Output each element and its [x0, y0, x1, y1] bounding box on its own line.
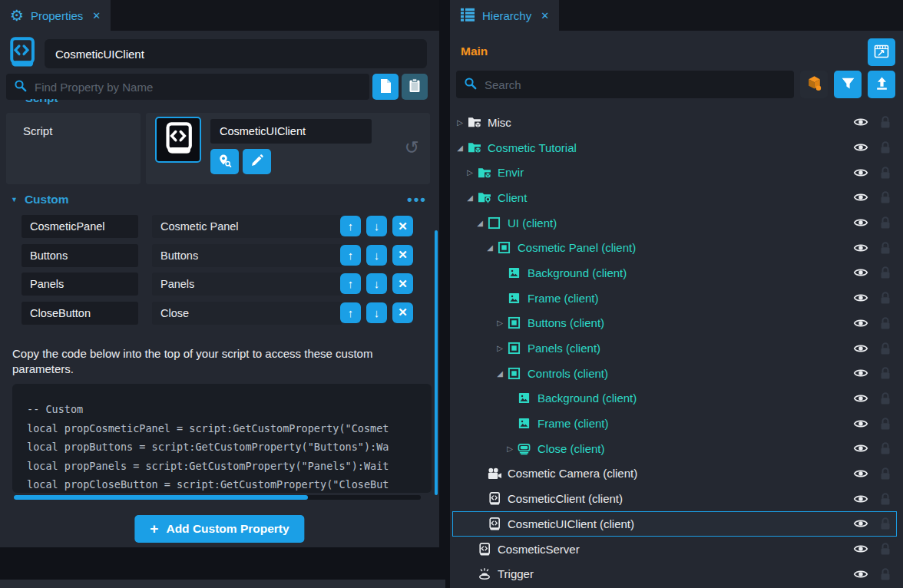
tree-row[interactable]: ◢Cosmetic Tutorial: [452, 135, 897, 160]
remove-button[interactable]: ✕: [392, 245, 413, 266]
move-up-button[interactable]: ↑: [340, 245, 361, 266]
lock-icon[interactable]: [880, 116, 891, 128]
copy-properties-button[interactable]: [372, 74, 399, 100]
remove-button[interactable]: ✕: [392, 273, 413, 294]
tree-row[interactable]: ▷Envir: [452, 160, 897, 185]
lock-icon[interactable]: [880, 266, 891, 279]
visibility-eye-icon[interactable]: [853, 543, 868, 554]
close-icon[interactable]: ✕: [541, 10, 549, 21]
lock-icon[interactable]: [880, 141, 891, 154]
custom-property-value[interactable]: Close: [152, 302, 342, 325]
collapse-arrow-icon[interactable]: ◢: [455, 144, 465, 152]
custom-property-value[interactable]: Cosmetic Panel: [152, 215, 342, 238]
tree-row[interactable]: ◢Client: [452, 185, 897, 210]
lock-icon[interactable]: [880, 342, 891, 355]
move-down-button[interactable]: ↓: [366, 216, 387, 236]
tree-row[interactable]: ◢Cosmetic Panel (client): [452, 235, 897, 260]
tree-row[interactable]: CosmeticClient (client): [452, 486, 897, 511]
tree-row[interactable]: ▷Panels (client): [452, 335, 897, 361]
tree-row[interactable]: ◢UI (client): [452, 210, 897, 236]
tree-row[interactable]: Background (client): [452, 386, 897, 411]
visibility-eye-icon[interactable]: [853, 167, 868, 178]
visibility-eye-icon[interactable]: [853, 243, 868, 253]
cinematic-editor-button[interactable]: [868, 38, 895, 66]
horizontal-scrollbar[interactable]: [14, 495, 421, 500]
lock-icon[interactable]: [880, 543, 891, 555]
expand-arrow-icon[interactable]: ▷: [495, 344, 505, 352]
lock-icon[interactable]: [880, 442, 891, 454]
expand-arrow-icon[interactable]: ▷: [455, 118, 465, 127]
add-custom-property-button[interactable]: + Add Custom Property: [134, 515, 304, 543]
move-up-button[interactable]: ↑: [340, 273, 361, 294]
custom-property-name[interactable]: Buttons: [22, 244, 138, 267]
lock-icon[interactable]: [880, 367, 891, 379]
custom-property-name[interactable]: CloseButton: [22, 302, 138, 325]
tree-row[interactable]: ▷Close (client): [452, 436, 897, 461]
section-menu-icon[interactable]: •••: [407, 191, 427, 208]
visibility-eye-icon[interactable]: [853, 292, 868, 303]
lock-icon[interactable]: [880, 292, 891, 304]
visibility-eye-icon[interactable]: [853, 393, 868, 404]
tree-row[interactable]: Trigger: [452, 561, 897, 586]
lock-icon[interactable]: [880, 517, 891, 530]
lock-icon[interactable]: [880, 317, 891, 329]
tab-properties[interactable]: ⚙ Properties ✕: [0, 0, 111, 31]
move-up-button[interactable]: ↑: [340, 216, 361, 236]
visibility-eye-icon[interactable]: [853, 368, 868, 378]
tree-row[interactable]: CosmeticUIClient (client): [452, 511, 897, 537]
visibility-eye-icon[interactable]: [853, 142, 868, 153]
horizontal-scrollbar-thumb[interactable]: [14, 495, 308, 500]
lock-icon[interactable]: [880, 167, 891, 179]
hierarchy-search-input[interactable]: [456, 71, 794, 98]
collapse-arrow-icon[interactable]: ◢: [485, 243, 495, 252]
expand-arrow-icon[interactable]: ▷: [465, 168, 475, 177]
script-asset-name[interactable]: CosmeticUIClient: [210, 119, 372, 144]
tree-row[interactable]: ▷Buttons (client): [452, 311, 897, 336]
custom-property-name[interactable]: Panels: [22, 273, 138, 296]
package-contents-button[interactable]: [800, 71, 828, 98]
filter-button[interactable]: [834, 71, 862, 98]
move-up-button[interactable]: ↑: [340, 302, 361, 323]
vertical-scrollbar-thumb[interactable]: [435, 230, 438, 495]
collapse-arrow-icon[interactable]: ▼: [11, 196, 18, 203]
upload-button[interactable]: [868, 71, 895, 98]
move-down-button[interactable]: ↓: [366, 245, 387, 266]
close-icon[interactable]: ✕: [92, 10, 101, 21]
lock-icon[interactable]: [880, 568, 891, 580]
property-search-field[interactable]: [33, 80, 362, 94]
find-asset-button[interactable]: [210, 149, 239, 174]
remove-button[interactable]: ✕: [392, 216, 413, 236]
tab-hierarchy[interactable]: Hierarchy ✕: [450, 0, 559, 31]
tree-row[interactable]: CosmeticServer: [452, 537, 897, 562]
tree-row[interactable]: ▷Misc: [452, 110, 897, 135]
lock-icon[interactable]: [880, 493, 891, 505]
script-asset-thumbnail[interactable]: [155, 117, 201, 163]
custom-property-name[interactable]: CosmeticPanel: [22, 215, 138, 238]
hierarchy-search-field[interactable]: [483, 78, 786, 92]
paste-properties-button[interactable]: [402, 74, 428, 100]
visibility-eye-icon[interactable]: [853, 192, 868, 203]
tree-row[interactable]: Frame (client): [452, 286, 897, 311]
custom-property-value[interactable]: Panels: [152, 273, 342, 296]
lock-icon[interactable]: [880, 216, 891, 229]
visibility-eye-icon[interactable]: [853, 494, 868, 504]
lock-icon[interactable]: [880, 418, 891, 430]
lock-icon[interactable]: [880, 392, 891, 405]
object-name-input[interactable]: [45, 39, 427, 68]
visibility-eye-icon[interactable]: [853, 569, 868, 580]
visibility-eye-icon[interactable]: [853, 343, 868, 354]
code-snippet-block[interactable]: -- Customlocal propCosmeticPanel = scrip…: [12, 384, 432, 493]
tree-row[interactable]: ◢Controls (client): [452, 361, 897, 386]
expand-arrow-icon[interactable]: ▷: [495, 319, 505, 327]
visibility-eye-icon[interactable]: [853, 217, 868, 228]
property-search-input[interactable]: [6, 74, 369, 100]
lock-icon[interactable]: [880, 467, 891, 480]
visibility-eye-icon[interactable]: [853, 518, 868, 529]
lock-icon[interactable]: [880, 191, 891, 203]
collapse-arrow-icon[interactable]: ◢: [495, 369, 505, 378]
tree-row[interactable]: Frame (client): [452, 411, 897, 436]
custom-property-value[interactable]: Buttons: [152, 244, 342, 267]
collapse-arrow-icon[interactable]: ◢: [475, 219, 485, 227]
visibility-eye-icon[interactable]: [853, 267, 868, 278]
lock-icon[interactable]: [880, 242, 891, 254]
